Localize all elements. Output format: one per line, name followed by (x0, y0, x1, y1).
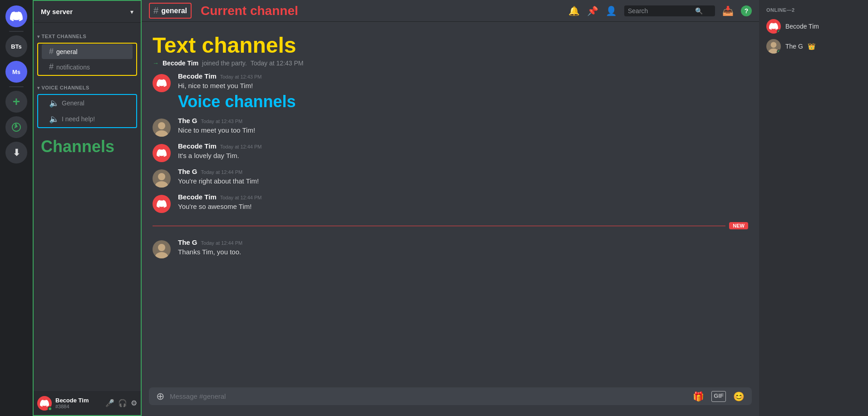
search-box[interactable]: 🔍 (624, 5, 715, 16)
msg-timestamp-4: Today at 12:44 PM (201, 169, 243, 175)
system-message-user: Becode Tim (163, 59, 198, 67)
settings-button[interactable]: ⚙ (131, 399, 137, 407)
channel-notifications-label: notifications (56, 64, 90, 71)
member-name-g: The G (785, 43, 803, 50)
hash-icon: # (49, 47, 54, 56)
user-avatar (37, 396, 52, 411)
chat-input-area: ⊕ 🎁 GIF 😊 (142, 387, 759, 416)
server-header[interactable]: My server ▾ (34, 1, 141, 23)
message-group-5: Becode Tim Today at 12:44 PM You're so a… (142, 191, 759, 215)
user-info: Becode Tim #3884 (55, 397, 102, 409)
channels-annotation: Channels (34, 130, 141, 163)
msg-avatar-5 (153, 195, 171, 213)
text-channels-box: # general 👤+ # notifications (37, 43, 137, 76)
chat-area: # general Current channel 🔔 📌 👤 🔍 📥 ? Te… (142, 0, 759, 416)
channel-hash-icon: # (153, 5, 158, 16)
channel-name-header: general (161, 7, 187, 15)
mute-button[interactable]: 🎤 (105, 399, 114, 407)
voice-channels-category[interactable]: ▾ VOICE CHANNELS (34, 78, 141, 92)
member-avatar-becode (766, 19, 781, 34)
msg-text-3: It's a lovely day Tim. (178, 151, 748, 160)
emoji-icon[interactable]: 😊 (733, 391, 745, 402)
voice-channel-general[interactable]: 🔈 General (42, 95, 133, 111)
text-channels-arrow: ▾ (37, 34, 40, 39)
svg-point-6 (771, 42, 777, 48)
inbox-icon[interactable]: 📥 (722, 5, 734, 16)
svg-point-2 (158, 173, 165, 180)
discover-button[interactable] (5, 116, 27, 138)
voice-channel-general-label: General (62, 99, 84, 107)
member-online-dot-becode (777, 30, 781, 34)
online-members-label: ONLINE—2 (763, 7, 864, 16)
msg-avatar-4 (153, 169, 171, 188)
online-dot (48, 406, 52, 411)
search-icon: 🔍 (695, 7, 703, 15)
msg-timestamp-5: Today at 12:44 PM (220, 195, 262, 200)
text-channels-category[interactable]: ▾ TEXT CHANNELS (34, 26, 141, 41)
svg-point-1 (155, 130, 168, 137)
channel-general[interactable]: # general 👤+ (42, 44, 133, 59)
server-name: My server (41, 8, 73, 15)
svg-point-5 (155, 252, 168, 258)
channel-general-label: general (56, 48, 78, 55)
gif-icon[interactable]: GIF (711, 391, 726, 402)
msg-avatar-2 (153, 119, 171, 137)
add-server-button[interactable]: + (5, 91, 27, 113)
msg-text-5: You're so awesome Tim! (178, 202, 748, 211)
channel-notifications[interactable]: # notifications (42, 59, 133, 74)
search-input[interactable] (628, 7, 691, 15)
gift-icon[interactable]: 🎁 (693, 391, 704, 402)
member-the-g[interactable]: The G 👑 (763, 36, 864, 56)
svg-point-0 (158, 122, 165, 129)
msg-text-4: You're right about that Tim! (178, 176, 748, 186)
current-channel-label: Current channel (201, 4, 298, 18)
members-icon[interactable]: 👤 (606, 5, 617, 16)
msg-timestamp-6: Today at 12:44 PM (201, 240, 243, 246)
message-group-1: Becode Tim Today at 12:43 PM Hi, nice to… (142, 70, 759, 113)
voice-channels-box: 🔈 General 🔈 I need help! (37, 94, 137, 128)
discord-home-button[interactable] (5, 5, 27, 27)
msg-timestamp-2: Today at 12:43 PM (201, 119, 243, 124)
username-display: Becode Tim (55, 397, 102, 404)
voice-channels-label: VOICE CHANNELS (42, 85, 89, 90)
msg-username-3: Becode Tim (178, 142, 217, 150)
server-dropdown-icon: ▾ (130, 8, 133, 15)
chat-messages: Text channels → Becode Tim joined the pa… (142, 22, 759, 387)
message-group-3: Becode Tim Today at 12:44 PM It's a love… (142, 140, 759, 164)
deafen-button[interactable]: 🎧 (118, 399, 127, 407)
pin-icon[interactable]: 📌 (587, 5, 598, 16)
system-arrow-icon: → (153, 59, 159, 67)
download-button[interactable]: ⬇ (5, 142, 27, 163)
msg-timestamp-3: Today at 12:44 PM (220, 144, 262, 149)
channel-sidebar: My server ▾ ▾ TEXT CHANNELS # general 👤+… (33, 0, 142, 416)
bell-icon[interactable]: 🔔 (568, 5, 580, 16)
msg-timestamp-1: Today at 12:43 PM (220, 74, 262, 79)
server-ms[interactable]: Ms (5, 61, 27, 83)
members-sidebar: ONLINE—2 Becode Tim The G 👑 (759, 0, 868, 416)
msg-content-1: Becode Tim Today at 12:43 PM Hi, nice to… (178, 72, 748, 111)
msg-content-5: Becode Tim Today at 12:44 PM You're so a… (178, 193, 748, 213)
member-avatar-g (766, 39, 781, 54)
voice-channel-help[interactable]: 🔈 I need help! (42, 111, 133, 127)
server-bts[interactable]: BTs (5, 35, 27, 57)
user-tag-display: #3884 (55, 404, 102, 409)
header-right: 🔔 📌 👤 🔍 📥 ? (568, 5, 752, 16)
voice-channel-help-label: I need help! (62, 115, 95, 123)
help-icon[interactable]: ? (741, 5, 752, 16)
voice-channels-arrow: ▾ (37, 85, 40, 90)
user-controls: 🎤 🎧 ⚙ (105, 399, 137, 407)
svg-point-3 (155, 181, 168, 188)
new-divider-line (153, 226, 725, 226)
server-divider-2 (9, 86, 24, 87)
message-group-2: The G Today at 12:43 PM Nice to meet you… (142, 115, 759, 139)
msg-content-6: The G Today at 12:44 PM Thanks Tim, you … (178, 238, 748, 258)
message-input[interactable] (170, 387, 687, 405)
member-becode-tim[interactable]: Becode Tim (763, 16, 864, 36)
msg-avatar-1 (153, 74, 171, 92)
channel-list: ▾ TEXT CHANNELS # general 👤+ # notificat… (34, 23, 141, 391)
add-attachment-button[interactable]: ⊕ (156, 391, 164, 402)
voice-channels-chat-label: Voice channels (178, 90, 748, 111)
msg-content-3: Becode Tim Today at 12:44 PM It's a love… (178, 142, 748, 162)
text-channels-label: TEXT CHANNELS (42, 34, 87, 39)
msg-username-6: The G (178, 238, 197, 246)
